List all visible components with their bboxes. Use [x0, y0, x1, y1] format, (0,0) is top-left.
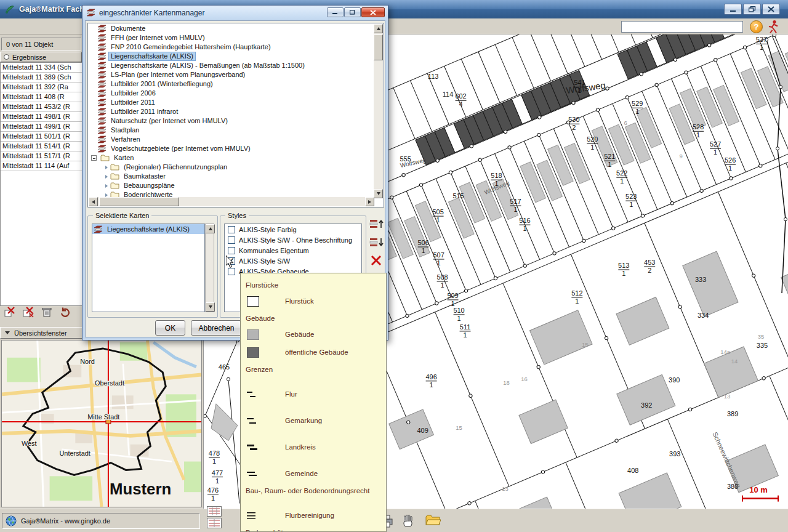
map-layers-icon [94, 225, 103, 233]
mini-map-icon[interactable] [207, 506, 222, 517]
svg-text:507: 507 [433, 251, 444, 259]
tree-item-label: Liegenschaftskarte (ALKIS) - Bemaßungen … [109, 62, 307, 70]
legend-item: Gemarkung [241, 415, 386, 426]
style-checkbox[interactable] [228, 247, 235, 254]
map-layers-icon [97, 89, 107, 97]
svg-text:1: 1 [728, 164, 732, 172]
minimize-button[interactable] [724, 4, 742, 15]
style-item[interactable]: ALKIS-Style Farbig [225, 224, 361, 235]
scroll-left-button[interactable] [89, 197, 98, 206]
move-layer-down-icon[interactable] [369, 235, 384, 250]
results-tab[interactable]: Ergebnisse [0, 52, 82, 62]
results-radio-icon[interactable] [4, 54, 9, 60]
tree-horizontal-scrollbar[interactable] [89, 197, 374, 206]
style-checkbox[interactable] [228, 226, 235, 233]
svg-text:13: 13 [502, 485, 509, 492]
collapse-triangle-icon[interactable] [5, 331, 10, 334]
scroll-right-button[interactable] [365, 197, 374, 206]
search-input[interactable] [622, 22, 742, 32]
scroll-up-button[interactable] [374, 24, 383, 33]
tree-item-label: Verfahren [109, 135, 142, 143]
legend-symbol-box [241, 347, 285, 358]
scrollbar-thumb[interactable] [99, 197, 179, 206]
scrollbar-thumb[interactable] [374, 34, 383, 60]
selected-maps-scrollbar[interactable] [205, 224, 214, 312]
statusbar-text: Gaja®Matrix - www.gingko.de [21, 517, 110, 525]
tree-item[interactable]: Luftbilder 2006 [89, 89, 374, 98]
style-item-label: ALKIS-Style Farbig [239, 226, 297, 233]
tree-item[interactable]: FNP 2010 Gemeindegebiet Hattersheim (Hau… [89, 42, 374, 52]
style-item[interactable]: ALKIS-Style S/W - Ohne Beschriftung [225, 235, 361, 245]
tree-item[interactable]: (Regionaler) Flächennutzungsplan [89, 163, 374, 172]
tree-item[interactable]: Bebauungspläne [89, 181, 374, 190]
remove-map-icon[interactable] [369, 254, 383, 267]
overview-panel-label: Übersichtsfenster [14, 329, 67, 337]
ok-button[interactable]: OK [155, 320, 185, 336]
svg-text:509: 509 [447, 292, 458, 299]
dialog-icon [86, 9, 95, 17]
tree-vertical-scrollbar[interactable] [374, 24, 383, 198]
deselect-icon[interactable] [4, 306, 17, 318]
tree-item[interactable]: Liegenschaftskarte (ALKIS) [89, 52, 374, 61]
close-button[interactable] [762, 4, 780, 15]
map-tree: DokumenteFFH (per Internet vom HMULV)FNP… [89, 24, 374, 198]
maximize-button[interactable] [743, 4, 761, 15]
svg-text:528: 528 [693, 123, 704, 131]
trash-icon[interactable] [41, 306, 53, 318]
overview-map[interactable]: NordOberstadtMitte StadtWestUnterstadtMu… [1, 340, 202, 507]
style-item[interactable]: ALKIS-Style S/W [225, 256, 361, 266]
scroll-down-button[interactable] [206, 302, 215, 312]
tree-item[interactable]: LS-Plan (per Internet vom Planungsverban… [89, 70, 374, 79]
selected-map-item[interactable]: Liegenschaftskarte (ALKIS) [92, 224, 204, 234]
style-checkbox[interactable] [228, 236, 235, 244]
tree-item[interactable]: Luftbilder 2011 [89, 98, 374, 107]
scroll-up-button[interactable] [206, 224, 215, 233]
svg-text:1: 1 [437, 259, 441, 267]
tree-item[interactable]: Luftbilder 2001 (Winterbefliegung) [89, 79, 374, 89]
pan-hand-icon[interactable] [400, 514, 416, 528]
svg-text:516: 516 [519, 217, 530, 224]
undo-icon[interactable] [58, 306, 71, 318]
move-layer-up-icon[interactable] [369, 217, 384, 232]
svg-text:16: 16 [521, 376, 528, 382]
tree-item[interactable]: FFH (per Internet vom HMULV) [89, 33, 374, 42]
statusbar: Gaja®Matrix - www.gingko.de [0, 509, 788, 532]
status-cell: Gaja®Matrix - www.gingko.de [2, 513, 200, 529]
help-button[interactable]: ? [750, 20, 763, 33]
tree-item[interactable]: Vogelschutzgebiete (per Internet vom HMU… [89, 144, 374, 153]
legend-item-label: Gemeinde [285, 470, 318, 477]
map-order-buttons [369, 217, 384, 267]
tree-item[interactable]: Naturschutz (per Internet vom HMULV) [89, 116, 374, 126]
tree-item[interactable]: Dokumente [89, 24, 374, 33]
tree-item[interactable]: Verfahren [89, 135, 374, 144]
dialog-minimize-button[interactable] [327, 7, 344, 17]
folder-icon[interactable] [425, 514, 441, 527]
dialog-maximize-button[interactable] [344, 7, 361, 17]
tree-expander-icon[interactable] [91, 155, 97, 161]
tree-item[interactable]: Luftbilder 2011 infrarot [89, 107, 374, 116]
scroll-down-button[interactable] [374, 189, 383, 198]
svg-text:518: 518 [491, 172, 502, 179]
tree-item[interactable]: Baumkataster [89, 172, 374, 181]
cancel-button[interactable]: Abbrechen [191, 320, 242, 336]
svg-text:1: 1 [622, 270, 625, 277]
svg-text:2: 2 [572, 124, 576, 131]
style-item[interactable]: Kommunales Eigentum [225, 245, 361, 256]
svg-text:393: 393 [669, 450, 680, 457]
tree-item-label: Naturschutz (per Internet vom HMULV) [109, 117, 230, 125]
tree-item[interactable]: Liegenschaftskarte (ALKIS) - Bemaßungen … [89, 61, 374, 70]
mini-map-icon[interactable] [207, 518, 222, 528]
svg-text:1: 1 [212, 457, 216, 465]
deselect-all-icon[interactable] [22, 306, 35, 318]
style-checkbox[interactable] [228, 268, 235, 275]
result-action-icons [4, 306, 71, 318]
application-window: 1131146024541153715302529152815271526152… [0, 0, 788, 532]
svg-text:333: 333 [695, 276, 706, 283]
tree-item[interactable]: Stadtplan [89, 126, 374, 135]
exit-running-man-icon[interactable] [766, 19, 781, 34]
legend-item: Flurstück [241, 296, 386, 307]
legend-item-label: Gemarkung [285, 417, 322, 424]
tree-item[interactable]: Karten [89, 153, 374, 163]
style-item-label: ALKIS-Style S/W - Ohne Beschriftung [239, 236, 352, 244]
dialog-close-button[interactable] [361, 7, 385, 17]
